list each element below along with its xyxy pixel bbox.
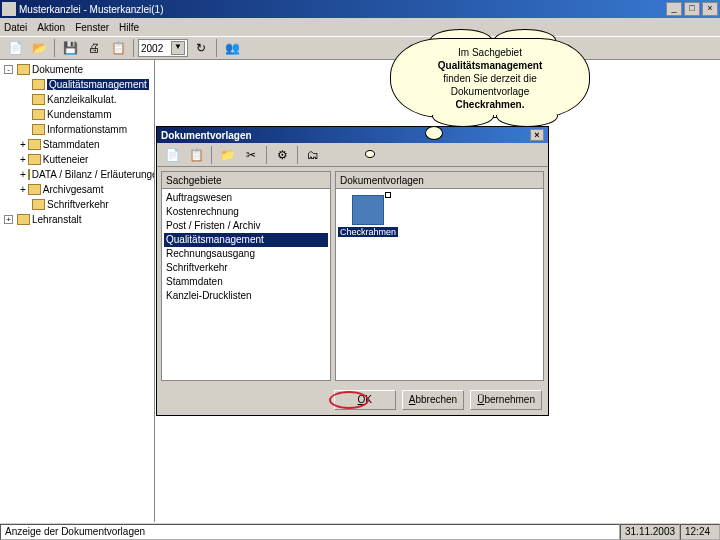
statusbar: Anzeige der Dokumentvorlagen 31.11.2003 …	[0, 522, 720, 540]
folder-icon	[28, 154, 41, 165]
expand-icon[interactable]: +	[20, 139, 26, 150]
folder-icon	[32, 124, 45, 135]
dialog-toolbar: 📄 📋 📁 ✂ ⚙ 🗂	[157, 143, 548, 167]
toolbar-icon-5[interactable]: 📋	[107, 38, 129, 58]
toolbar-icon-7[interactable]: 👥	[221, 38, 243, 58]
tree-item[interactable]: + Stammdaten	[2, 137, 152, 152]
tree-item[interactable]: + Archivgesamt	[2, 182, 152, 197]
dlg-tool-5[interactable]: ⚙	[271, 145, 293, 165]
window-title: Musterkanzlei - Musterkanzlei(1)	[19, 4, 666, 15]
cancel-button[interactable]: Abbrechen	[402, 390, 464, 410]
tree-item[interactable]: + Kutteneier	[2, 152, 152, 167]
menu-aktion[interactable]: Aktion	[37, 22, 65, 33]
doc-item-checkrahmen[interactable]: Checkrahmen	[338, 191, 398, 241]
toolbar-icon-2[interactable]: 📂	[28, 38, 50, 58]
menu-hilfe[interactable]: Hilfe	[119, 22, 139, 33]
list-item-selected[interactable]: Qualitätsmanagement	[164, 233, 328, 247]
year-combo[interactable]: 2002 ▼	[138, 39, 188, 57]
tree-item[interactable]: + DATA / Bilanz / Erläuterungen	[2, 167, 152, 182]
maximize-button[interactable]: □	[684, 2, 700, 16]
tree-item[interactable]: Kanzleikalkulat.	[2, 92, 152, 107]
toolbar-icon-1[interactable]: 📄	[4, 38, 26, 58]
list-item[interactable]: Schriftverkehr	[164, 261, 328, 275]
dialog-title: Dokumentvorlagen	[161, 130, 252, 141]
menu-fenster[interactable]: Fenster	[75, 22, 109, 33]
dlg-tool-3[interactable]: 📁	[216, 145, 238, 165]
folder-icon	[32, 79, 45, 90]
folder-icon	[28, 139, 41, 150]
dokumentvorlagen-header: Dokumentvorlagen	[336, 172, 543, 188]
year-value: 2002	[141, 43, 163, 54]
app-icon	[2, 2, 16, 16]
dlg-tool-1[interactable]: 📄	[161, 145, 183, 165]
tree-item[interactable]: Kundenstamm	[2, 107, 152, 122]
dialog-close-button[interactable]: ×	[530, 129, 544, 141]
expand-icon[interactable]: +	[20, 184, 26, 195]
minimize-button[interactable]: _	[666, 2, 682, 16]
chevron-down-icon[interactable]: ▼	[171, 41, 185, 55]
sachgebiete-list[interactable]: Auftragswesen Kostenrechnung Post / Fris…	[162, 188, 330, 380]
dialog-titlebar: Dokumentvorlagen ×	[157, 127, 548, 143]
folder-icon	[32, 94, 45, 105]
folder-icon	[28, 169, 30, 180]
list-item[interactable]: Auftragswesen	[164, 191, 328, 205]
expand-icon[interactable]: +	[4, 215, 13, 224]
status-date: 31.11.2003	[620, 524, 680, 540]
tree-item-qualitaet[interactable]: Qualitätsmanagement	[2, 77, 152, 92]
dlg-tool-2[interactable]: 📋	[185, 145, 207, 165]
folder-icon	[17, 214, 30, 225]
folder-icon	[32, 109, 45, 120]
selection-handle	[385, 192, 391, 198]
dokumentvorlagen-dialog: Dokumentvorlagen × 📄 📋 📁 ✂ ⚙ 🗂 Sachgebie…	[156, 126, 549, 416]
list-item[interactable]: Stammdaten	[164, 275, 328, 289]
ok-button[interactable]: OK	[334, 390, 396, 410]
document-icon	[352, 195, 384, 225]
menu-datei[interactable]: Datei	[4, 22, 27, 33]
tree-root-dokumente[interactable]: - Dokumente	[2, 62, 152, 77]
list-item[interactable]: Kanzlei-Drucklisten	[164, 289, 328, 303]
toolbar-icon-3[interactable]: 💾	[59, 38, 81, 58]
tree-sidebar[interactable]: - Dokumente Qualitätsmanagement Kanzleik…	[0, 60, 155, 522]
folder-icon	[28, 184, 41, 195]
list-item[interactable]: Rechnungsausgang	[164, 247, 328, 261]
status-text: Anzeige der Dokumentvorlagen	[0, 524, 620, 540]
dialog-buttons: OK Abbrechen Übernehmen	[157, 385, 548, 415]
dlg-tool-cut[interactable]: ✂	[240, 145, 262, 165]
folder-icon	[17, 64, 30, 75]
doc-label: Checkrahmen	[338, 227, 398, 237]
dokumentvorlagen-panel: Dokumentvorlagen Checkrahmen	[335, 171, 544, 381]
print-icon[interactable]: 🖨	[83, 38, 105, 58]
status-time: 12:24	[680, 524, 720, 540]
collapse-icon[interactable]: -	[4, 65, 13, 74]
tree-item[interactable]: Informationstamm	[2, 122, 152, 137]
list-item[interactable]: Kostenrechnung	[164, 205, 328, 219]
list-item[interactable]: Post / Fristen / Archiv	[164, 219, 328, 233]
sachgebiete-panel: Sachgebiete Auftragswesen Kostenrechnung…	[161, 171, 331, 381]
expand-icon[interactable]: +	[20, 154, 26, 165]
refresh-icon[interactable]: ↻	[190, 38, 212, 58]
dlg-tool-6[interactable]: 🗂	[302, 145, 324, 165]
folder-icon	[32, 199, 45, 210]
tree-item[interactable]: Schriftverkehr	[2, 197, 152, 212]
apply-button[interactable]: Übernehmen	[470, 390, 542, 410]
toolbar: 📄 📂 💾 🖨 📋 2002 ▼ ↻ 👥	[0, 36, 720, 60]
expand-icon[interactable]: +	[20, 169, 26, 180]
dokumentvorlagen-list[interactable]: Checkrahmen	[336, 188, 543, 380]
sachgebiete-header: Sachgebiete	[162, 172, 330, 188]
close-button[interactable]: ×	[702, 2, 718, 16]
menubar: Datei Aktion Fenster Hilfe	[0, 18, 720, 36]
tree-root-2[interactable]: + Lehranstalt	[2, 212, 152, 227]
titlebar: Musterkanzlei - Musterkanzlei(1) _ □ ×	[0, 0, 720, 18]
